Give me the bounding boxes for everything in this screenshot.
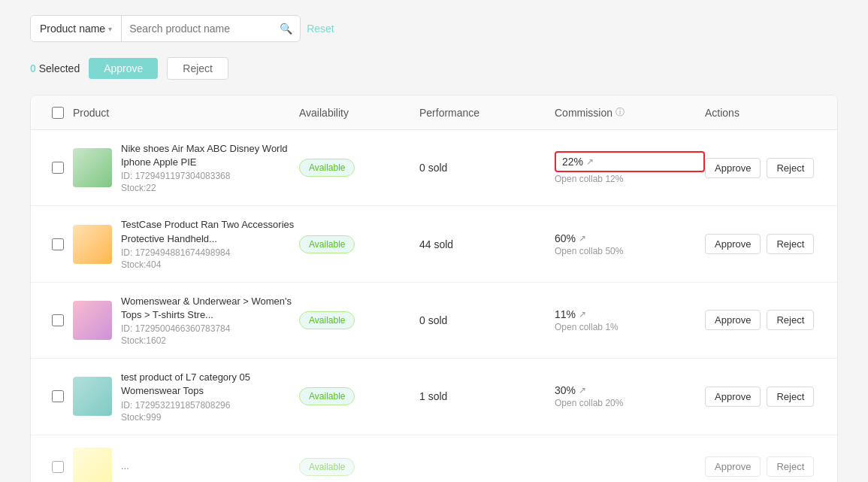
row-4-product-stock: Stock:999 bbox=[121, 412, 299, 423]
chevron-down-icon: ▾ bbox=[108, 25, 112, 33]
row-1-actions: Approve Reject bbox=[705, 158, 825, 178]
products-table: Product Availability Performance Commiss… bbox=[30, 95, 838, 482]
row-2-product-name: TestCase Product Ran Two Accessories Pro… bbox=[121, 218, 299, 245]
row-5-product-info: ... bbox=[121, 459, 129, 473]
bulk-reject-button[interactable]: Reject bbox=[167, 57, 228, 80]
row-1-approve-button[interactable]: Approve bbox=[705, 158, 761, 178]
row-3-product-cell: Womenswear & Underwear > Women's Tops > … bbox=[73, 295, 299, 346]
row-checkbox-cell[interactable] bbox=[43, 238, 73, 250]
search-bar: Product name ▾ 🔍 Reset bbox=[30, 15, 838, 42]
row-1-product-name: Nike shoes Air Max ABC Disney World Ipho… bbox=[121, 142, 299, 169]
search-icon[interactable]: 🔍 bbox=[272, 23, 300, 35]
row-1-product-cell: Nike shoes Air Max ABC Disney World Ipho… bbox=[73, 142, 299, 193]
row-3-approve-button[interactable]: Approve bbox=[705, 310, 761, 330]
row-2-commission-rate: 60% ↗ bbox=[555, 232, 705, 244]
commission-info-icon[interactable]: ⓘ bbox=[615, 106, 625, 119]
row-4-product-info: test product of L7 category 05 Womenswea… bbox=[121, 371, 299, 422]
row-4-product-id: ID: 1729532191857808296 bbox=[121, 400, 299, 411]
table-row: Womenswear & Underwear > Women's Tops > … bbox=[31, 283, 837, 359]
row-checkbox-cell[interactable] bbox=[43, 461, 73, 473]
table-header-row: Product Availability Performance Commiss… bbox=[31, 95, 837, 130]
row-4-product-image bbox=[73, 377, 112, 416]
row-4-approve-button[interactable]: Approve bbox=[705, 387, 761, 407]
row-1-checkbox[interactable] bbox=[52, 162, 64, 174]
row-4-commission-rate: 30% ↗ bbox=[555, 384, 705, 396]
row-3-checkbox[interactable] bbox=[52, 314, 64, 326]
row-3-product-image bbox=[73, 301, 112, 340]
row-2-product-image bbox=[73, 225, 112, 264]
bulk-approve-button[interactable]: Approve bbox=[89, 58, 158, 79]
row-2-reject-button[interactable]: Reject bbox=[767, 234, 814, 254]
row-1-external-link-icon[interactable]: ↗ bbox=[586, 156, 594, 167]
row-3-commission: 11% ↗ Open collab 1% bbox=[555, 308, 705, 332]
search-input-group: Product name ▾ 🔍 bbox=[30, 15, 301, 42]
row-4-external-link-icon[interactable]: ↗ bbox=[579, 385, 586, 396]
table-row: Nike shoes Air Max ABC Disney World Ipho… bbox=[31, 130, 837, 206]
header-checkbox-cell[interactable] bbox=[43, 107, 73, 119]
header-actions: Actions bbox=[705, 107, 825, 119]
row-3-reject-button[interactable]: Reject bbox=[767, 310, 814, 330]
row-3-external-link-icon[interactable]: ↗ bbox=[579, 309, 586, 320]
row-4-open-collab: Open collab 20% bbox=[555, 398, 705, 408]
search-input[interactable] bbox=[122, 23, 272, 35]
header-availability: Availability bbox=[299, 107, 419, 119]
row-4-reject-button[interactable]: Reject bbox=[767, 387, 814, 407]
row-3-product-info: Womenswear & Underwear > Women's Tops > … bbox=[121, 295, 299, 346]
row-2-external-link-icon[interactable]: ↗ bbox=[579, 233, 586, 244]
row-1-availability-badge: Available bbox=[299, 159, 355, 177]
bulk-actions-bar: 0 Selected Approve Reject bbox=[30, 57, 838, 80]
table-row: ... Available Approve Reject bbox=[31, 435, 837, 483]
reset-button[interactable]: Reset bbox=[307, 23, 334, 35]
row-3-product-stock: Stock:1602 bbox=[121, 335, 299, 346]
row-2-approve-button[interactable]: Approve bbox=[705, 234, 761, 254]
row-3-availability: Available bbox=[299, 311, 419, 329]
row-2-product-info: TestCase Product Ran Two Accessories Pro… bbox=[121, 218, 299, 269]
row-checkbox-cell[interactable] bbox=[43, 162, 73, 174]
row-3-product-id: ID: 1729500466360783784 bbox=[121, 323, 299, 334]
row-4-checkbox[interactable] bbox=[52, 390, 64, 402]
row-4-commission: 30% ↗ Open collab 20% bbox=[555, 384, 705, 408]
table-row: test product of L7 category 05 Womenswea… bbox=[31, 359, 837, 435]
row-2-availability: Available bbox=[299, 235, 419, 253]
row-2-availability-badge: Available bbox=[299, 235, 355, 253]
row-1-reject-button[interactable]: Reject bbox=[767, 158, 814, 178]
row-4-product-cell: test product of L7 category 05 Womenswea… bbox=[73, 371, 299, 422]
row-1-commission-rate: 22% bbox=[562, 156, 583, 168]
row-2-product-cell: TestCase Product Ran Two Accessories Pro… bbox=[73, 218, 299, 269]
row-1-product-stock: Stock:22 bbox=[121, 183, 299, 193]
row-1-availability: Available bbox=[299, 159, 419, 177]
selected-text: Selected bbox=[39, 62, 80, 74]
row-1-open-collab: Open collab 12% bbox=[555, 174, 705, 184]
row-5-reject-button[interactable]: Reject bbox=[767, 456, 814, 477]
select-all-checkbox[interactable] bbox=[52, 107, 64, 119]
row-3-availability-badge: Available bbox=[299, 311, 355, 329]
row-3-product-name: Womenswear & Underwear > Women's Tops > … bbox=[121, 295, 299, 322]
row-checkbox-cell[interactable] bbox=[43, 314, 73, 326]
row-2-product-id: ID: 1729494881674498984 bbox=[121, 247, 299, 258]
row-5-actions: Approve Reject bbox=[705, 456, 825, 477]
row-1-commission-highlight-box: 22% ↗ bbox=[555, 151, 705, 172]
row-2-commission: 60% ↗ Open collab 50% bbox=[555, 232, 705, 256]
row-3-open-collab: Open collab 1% bbox=[555, 322, 705, 332]
row-2-performance: 44 sold bbox=[419, 238, 555, 250]
row-1-commission: 22% ↗ Open collab 12% bbox=[555, 151, 705, 184]
row-5-checkbox[interactable] bbox=[52, 461, 64, 473]
header-performance: Performance bbox=[419, 107, 555, 119]
table-row: TestCase Product Ran Two Accessories Pro… bbox=[31, 206, 837, 282]
row-1-product-id: ID: 1729491197304083368 bbox=[121, 171, 299, 181]
row-4-product-name: test product of L7 category 05 Womenswea… bbox=[121, 371, 299, 398]
row-checkbox-cell[interactable] bbox=[43, 390, 73, 402]
row-4-availability: Available bbox=[299, 387, 419, 405]
selected-count-label: 0 Selected bbox=[30, 62, 80, 74]
row-3-performance: 0 sold bbox=[419, 314, 555, 326]
row-5-product-cell: ... bbox=[73, 447, 299, 483]
row-2-checkbox[interactable] bbox=[52, 238, 64, 250]
row-3-actions: Approve Reject bbox=[705, 310, 825, 330]
row-1-product-image bbox=[73, 148, 112, 187]
row-5-product-name: ... bbox=[121, 459, 129, 473]
row-5-approve-button[interactable]: Approve bbox=[705, 456, 761, 477]
row-2-product-stock: Stock:404 bbox=[121, 259, 299, 270]
row-5-product-image bbox=[73, 447, 112, 483]
row-1-product-info: Nike shoes Air Max ABC Disney World Ipho… bbox=[121, 142, 299, 193]
search-dropdown[interactable]: Product name ▾ bbox=[31, 16, 122, 41]
